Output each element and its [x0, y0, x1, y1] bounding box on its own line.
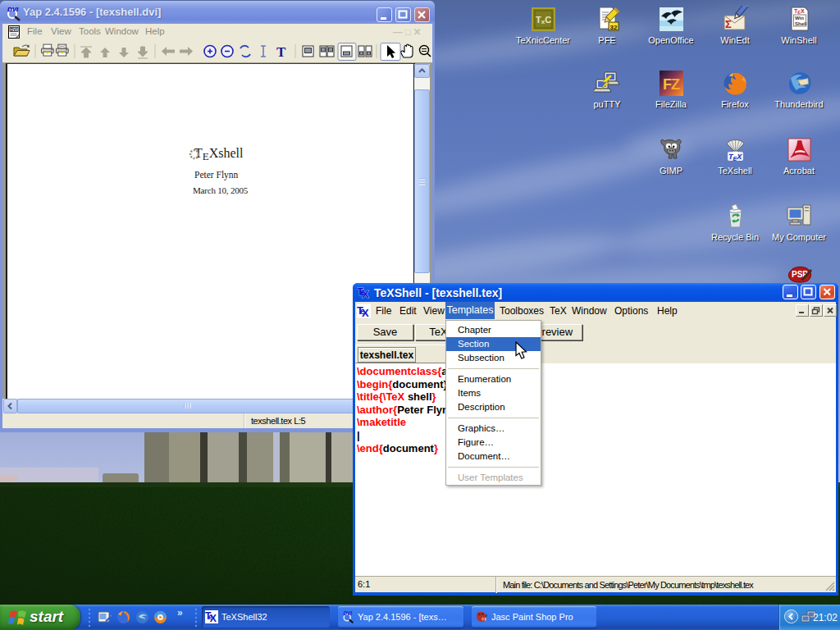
svg-text:Z: Z: [671, 76, 680, 93]
svg-text:DVI: DVI: [343, 610, 352, 616]
svg-text:T: T: [276, 44, 286, 60]
svg-text:Win: Win: [795, 16, 804, 21]
svg-text:TEX: TEX: [794, 8, 805, 15]
svg-text:Σ: Σ: [725, 18, 732, 30]
svg-text:8: 8: [482, 616, 486, 622]
svg-text:Shell: Shell: [795, 21, 807, 26]
svg-text:32: 32: [609, 24, 617, 31]
svg-text:DVI: DVI: [11, 28, 18, 32]
svg-text:e: e: [208, 612, 212, 621]
svg-text:e: e: [360, 307, 365, 316]
svg-text:DVI: DVI: [7, 6, 19, 13]
svg-text:e: e: [360, 288, 365, 297]
